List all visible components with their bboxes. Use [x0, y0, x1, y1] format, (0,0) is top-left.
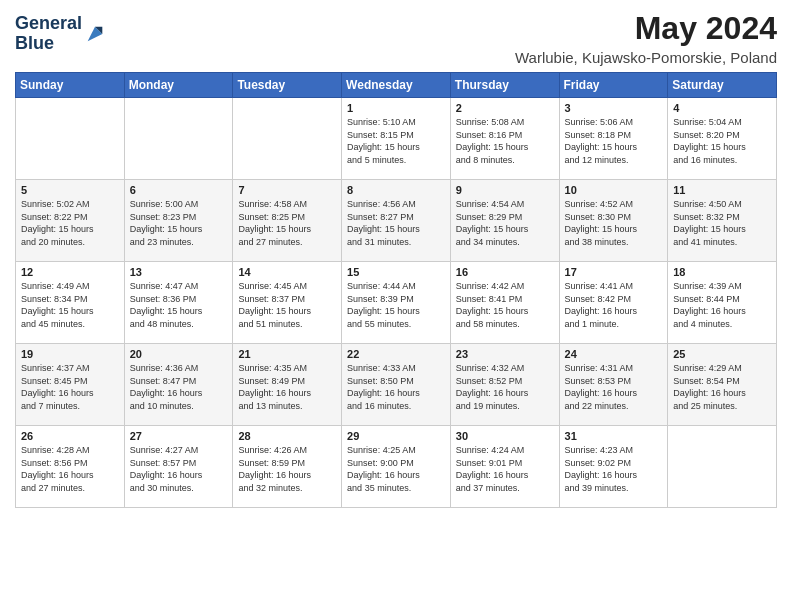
subtitle: Warlubie, Kujawsko-Pomorskie, Poland [515, 49, 777, 66]
day-cell: 12Sunrise: 4:49 AM Sunset: 8:34 PM Dayli… [16, 262, 125, 344]
day-number: 16 [456, 266, 554, 278]
day-info: Sunrise: 5:08 AM Sunset: 8:16 PM Dayligh… [456, 116, 554, 166]
day-number: 24 [565, 348, 663, 360]
day-info: Sunrise: 4:52 AM Sunset: 8:30 PM Dayligh… [565, 198, 663, 248]
day-info: Sunrise: 5:00 AM Sunset: 8:23 PM Dayligh… [130, 198, 228, 248]
day-info: Sunrise: 4:31 AM Sunset: 8:53 PM Dayligh… [565, 362, 663, 412]
day-number: 11 [673, 184, 771, 196]
day-info: Sunrise: 4:49 AM Sunset: 8:34 PM Dayligh… [21, 280, 119, 330]
day-number: 23 [456, 348, 554, 360]
day-cell: 28Sunrise: 4:26 AM Sunset: 8:59 PM Dayli… [233, 426, 342, 508]
day-cell [16, 98, 125, 180]
day-info: Sunrise: 4:25 AM Sunset: 9:00 PM Dayligh… [347, 444, 445, 494]
day-cell: 23Sunrise: 4:32 AM Sunset: 8:52 PM Dayli… [450, 344, 559, 426]
day-cell: 7Sunrise: 4:58 AM Sunset: 8:25 PM Daylig… [233, 180, 342, 262]
day-info: Sunrise: 4:29 AM Sunset: 8:54 PM Dayligh… [673, 362, 771, 412]
day-number: 30 [456, 430, 554, 442]
day-number: 5 [21, 184, 119, 196]
col-header-tuesday: Tuesday [233, 73, 342, 98]
day-info: Sunrise: 4:36 AM Sunset: 8:47 PM Dayligh… [130, 362, 228, 412]
day-number: 29 [347, 430, 445, 442]
day-cell: 9Sunrise: 4:54 AM Sunset: 8:29 PM Daylig… [450, 180, 559, 262]
day-number: 2 [456, 102, 554, 114]
day-cell [233, 98, 342, 180]
day-info: Sunrise: 4:39 AM Sunset: 8:44 PM Dayligh… [673, 280, 771, 330]
day-info: Sunrise: 5:04 AM Sunset: 8:20 PM Dayligh… [673, 116, 771, 166]
day-cell: 1Sunrise: 5:10 AM Sunset: 8:15 PM Daylig… [342, 98, 451, 180]
day-number: 31 [565, 430, 663, 442]
day-cell: 5Sunrise: 5:02 AM Sunset: 8:22 PM Daylig… [16, 180, 125, 262]
day-info: Sunrise: 4:56 AM Sunset: 8:27 PM Dayligh… [347, 198, 445, 248]
day-number: 12 [21, 266, 119, 278]
day-cell: 2Sunrise: 5:08 AM Sunset: 8:16 PM Daylig… [450, 98, 559, 180]
day-number: 22 [347, 348, 445, 360]
day-cell: 15Sunrise: 4:44 AM Sunset: 8:39 PM Dayli… [342, 262, 451, 344]
day-info: Sunrise: 4:45 AM Sunset: 8:37 PM Dayligh… [238, 280, 336, 330]
day-cell [124, 98, 233, 180]
week-row-3: 12Sunrise: 4:49 AM Sunset: 8:34 PM Dayli… [16, 262, 777, 344]
col-header-wednesday: Wednesday [342, 73, 451, 98]
day-info: Sunrise: 4:58 AM Sunset: 8:25 PM Dayligh… [238, 198, 336, 248]
header: General Blue May 2024 Warlubie, Kujawsko… [15, 10, 777, 66]
day-cell: 27Sunrise: 4:27 AM Sunset: 8:57 PM Dayli… [124, 426, 233, 508]
day-cell: 22Sunrise: 4:33 AM Sunset: 8:50 PM Dayli… [342, 344, 451, 426]
day-info: Sunrise: 5:06 AM Sunset: 8:18 PM Dayligh… [565, 116, 663, 166]
day-cell: 6Sunrise: 5:00 AM Sunset: 8:23 PM Daylig… [124, 180, 233, 262]
day-cell: 19Sunrise: 4:37 AM Sunset: 8:45 PM Dayli… [16, 344, 125, 426]
day-cell: 21Sunrise: 4:35 AM Sunset: 8:49 PM Dayli… [233, 344, 342, 426]
day-info: Sunrise: 4:47 AM Sunset: 8:36 PM Dayligh… [130, 280, 228, 330]
day-number: 6 [130, 184, 228, 196]
day-info: Sunrise: 4:32 AM Sunset: 8:52 PM Dayligh… [456, 362, 554, 412]
day-number: 13 [130, 266, 228, 278]
day-info: Sunrise: 4:33 AM Sunset: 8:50 PM Dayligh… [347, 362, 445, 412]
day-cell [668, 426, 777, 508]
day-number: 8 [347, 184, 445, 196]
column-headers-row: SundayMondayTuesdayWednesdayThursdayFrid… [16, 73, 777, 98]
day-number: 10 [565, 184, 663, 196]
week-row-2: 5Sunrise: 5:02 AM Sunset: 8:22 PM Daylig… [16, 180, 777, 262]
day-number: 17 [565, 266, 663, 278]
day-cell: 11Sunrise: 4:50 AM Sunset: 8:32 PM Dayli… [668, 180, 777, 262]
day-info: Sunrise: 4:54 AM Sunset: 8:29 PM Dayligh… [456, 198, 554, 248]
day-info: Sunrise: 4:26 AM Sunset: 8:59 PM Dayligh… [238, 444, 336, 494]
day-info: Sunrise: 4:35 AM Sunset: 8:49 PM Dayligh… [238, 362, 336, 412]
day-cell: 31Sunrise: 4:23 AM Sunset: 9:02 PM Dayli… [559, 426, 668, 508]
week-row-5: 26Sunrise: 4:28 AM Sunset: 8:56 PM Dayli… [16, 426, 777, 508]
day-cell: 10Sunrise: 4:52 AM Sunset: 8:30 PM Dayli… [559, 180, 668, 262]
logo: General Blue [15, 14, 106, 54]
day-cell: 30Sunrise: 4:24 AM Sunset: 9:01 PM Dayli… [450, 426, 559, 508]
day-info: Sunrise: 4:50 AM Sunset: 8:32 PM Dayligh… [673, 198, 771, 248]
day-number: 21 [238, 348, 336, 360]
col-header-monday: Monday [124, 73, 233, 98]
day-cell: 13Sunrise: 4:47 AM Sunset: 8:36 PM Dayli… [124, 262, 233, 344]
day-number: 9 [456, 184, 554, 196]
day-info: Sunrise: 4:44 AM Sunset: 8:39 PM Dayligh… [347, 280, 445, 330]
day-cell: 29Sunrise: 4:25 AM Sunset: 9:00 PM Dayli… [342, 426, 451, 508]
day-info: Sunrise: 4:42 AM Sunset: 8:41 PM Dayligh… [456, 280, 554, 330]
day-info: Sunrise: 4:37 AM Sunset: 8:45 PM Dayligh… [21, 362, 119, 412]
day-cell: 14Sunrise: 4:45 AM Sunset: 8:37 PM Dayli… [233, 262, 342, 344]
calendar-table: SundayMondayTuesdayWednesdayThursdayFrid… [15, 72, 777, 508]
day-number: 15 [347, 266, 445, 278]
day-info: Sunrise: 4:24 AM Sunset: 9:01 PM Dayligh… [456, 444, 554, 494]
day-info: Sunrise: 4:27 AM Sunset: 8:57 PM Dayligh… [130, 444, 228, 494]
day-number: 25 [673, 348, 771, 360]
day-number: 20 [130, 348, 228, 360]
col-header-friday: Friday [559, 73, 668, 98]
day-cell: 18Sunrise: 4:39 AM Sunset: 8:44 PM Dayli… [668, 262, 777, 344]
day-number: 19 [21, 348, 119, 360]
col-header-saturday: Saturday [668, 73, 777, 98]
day-number: 4 [673, 102, 771, 114]
page: General Blue May 2024 Warlubie, Kujawsko… [0, 0, 792, 612]
day-cell: 20Sunrise: 4:36 AM Sunset: 8:47 PM Dayli… [124, 344, 233, 426]
day-cell: 24Sunrise: 4:31 AM Sunset: 8:53 PM Dayli… [559, 344, 668, 426]
col-header-thursday: Thursday [450, 73, 559, 98]
col-header-sunday: Sunday [16, 73, 125, 98]
day-number: 3 [565, 102, 663, 114]
day-info: Sunrise: 4:23 AM Sunset: 9:02 PM Dayligh… [565, 444, 663, 494]
main-title: May 2024 [515, 10, 777, 47]
day-number: 27 [130, 430, 228, 442]
day-cell: 25Sunrise: 4:29 AM Sunset: 8:54 PM Dayli… [668, 344, 777, 426]
day-number: 26 [21, 430, 119, 442]
day-number: 14 [238, 266, 336, 278]
